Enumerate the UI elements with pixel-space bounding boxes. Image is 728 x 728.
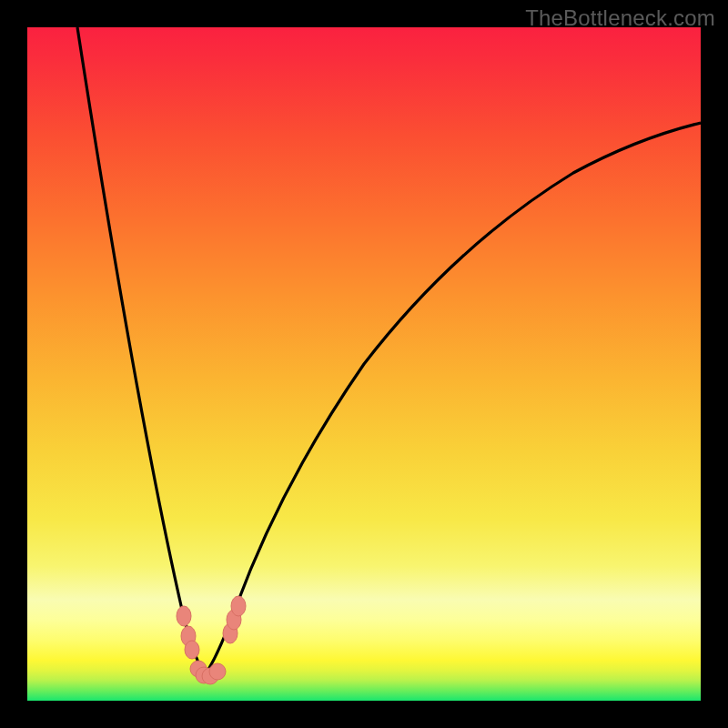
- marker-group: [177, 596, 246, 684]
- marker-dot: [185, 641, 199, 659]
- chart-frame: TheBottleneck.com: [0, 0, 728, 728]
- attribution-label: TheBottleneck.com: [525, 5, 715, 31]
- curve-left: [77, 27, 205, 675]
- curve-layer: [27, 27, 701, 701]
- curve-right: [205, 123, 701, 675]
- plot-area: [27, 27, 701, 701]
- marker-dot: [177, 606, 191, 626]
- marker-dot: [209, 663, 226, 680]
- marker-dot: [231, 596, 246, 616]
